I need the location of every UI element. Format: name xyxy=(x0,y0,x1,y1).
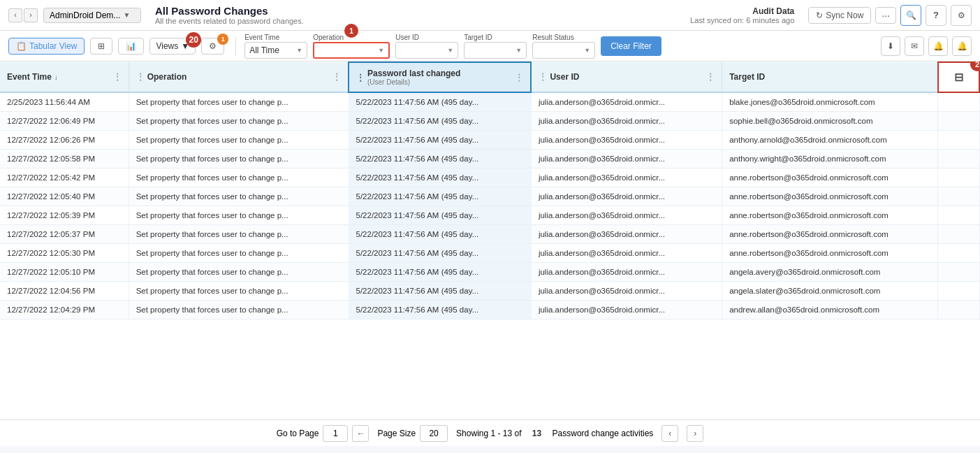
user-id-dropdown[interactable]: ▼ xyxy=(395,42,458,59)
target-id-arrow-icon: ▼ xyxy=(515,47,522,54)
page-prev-btn[interactable]: ← xyxy=(352,425,369,442)
cell-actions xyxy=(938,131,979,150)
schedule-icon: 🔔 xyxy=(933,41,944,51)
col-menu-icon-op-left[interactable]: ⋮ xyxy=(136,72,145,82)
table-row[interactable]: 12/27/2022 12:04:56 PM Set property that… xyxy=(0,282,979,301)
more-options-button[interactable]: ··· xyxy=(875,7,896,24)
table-body: 2/25/2023 11:56:44 AM Set property that … xyxy=(0,92,979,319)
cell-operation: Set property that forces user to change … xyxy=(129,282,349,301)
col-menu-icon-uid[interactable]: ⋮ xyxy=(706,72,715,82)
col-menu-icon-event-time[interactable]: ⋮ xyxy=(113,72,122,82)
table-row[interactable]: 12/27/2022 12:05:58 PM Set property that… xyxy=(0,150,979,168)
cell-user-id: julia.anderson@o365droid.onmicr... xyxy=(531,112,722,131)
table-row[interactable]: 12/27/2022 12:05:30 PM Set property that… xyxy=(0,244,979,263)
sort-icon: ↓ xyxy=(54,73,58,81)
table-row[interactable]: 12/27/2022 12:05:10 PM Set property that… xyxy=(0,263,979,282)
audit-info: Audit Data Last synced on: 6 minutes ago xyxy=(690,6,794,24)
chart-icon: 📊 xyxy=(126,41,136,51)
search-icon: 🔍 xyxy=(906,10,916,20)
clear-filter-button[interactable]: Clear Filter xyxy=(601,36,661,56)
user-id-filter: User ID ▼ xyxy=(395,34,458,59)
views-badge: 20 xyxy=(186,32,201,48)
event-time-arrow-icon: ▼ xyxy=(296,47,302,54)
data-table-container: Event Time ↓ ⋮ ⋮ Operation ⋮ ⋮ xyxy=(0,62,980,419)
column-settings-icon[interactable]: ⊟ xyxy=(954,71,963,84)
target-id-dropdown[interactable]: ▼ xyxy=(464,42,527,59)
col-header-operation[interactable]: ⋮ Operation ⋮ xyxy=(129,62,349,92)
tabular-view-tab[interactable]: 📋 Tabular View xyxy=(8,38,85,55)
col-menu-icon-uid-left[interactable]: ⋮ xyxy=(539,72,547,82)
table-row[interactable]: 12/27/2022 12:05:39 PM Set property that… xyxy=(0,206,979,225)
table-row[interactable]: 2/25/2023 11:56:44 AM Set property that … xyxy=(0,92,979,112)
page-size-input[interactable] xyxy=(420,425,448,442)
export-icon-btn[interactable]: ⊞ xyxy=(90,38,112,55)
nav-back-btn[interactable]: ‹ xyxy=(8,8,22,22)
search-icon-btn[interactable]: 🔍 xyxy=(900,5,921,26)
page-input[interactable] xyxy=(323,425,348,442)
col-header-user-id[interactable]: ⋮ User ID ⋮ xyxy=(531,62,722,92)
toolbar-right: ⬇ ✉ 🔔 🔔 xyxy=(881,36,972,56)
table-row[interactable]: 12/27/2022 12:06:49 PM Set property that… xyxy=(0,112,979,131)
result-status-filter: Result Status ▼ xyxy=(532,34,595,59)
cell-target-id: anne.robertson@o365droid.onmicrosoft.com xyxy=(722,225,938,244)
table-row[interactable]: 12/27/2022 12:04:29 PM Set property that… xyxy=(0,301,979,319)
step2-badge: 2 xyxy=(970,62,980,71)
result-status-dropdown[interactable]: ▼ xyxy=(532,42,595,59)
cell-password-last-changed: 5/22/2023 11:47:56 AM (495 day... xyxy=(349,263,531,282)
schedule-icon-btn[interactable]: 🔔 xyxy=(928,36,948,56)
sync-now-button[interactable]: ↻ Sync Now xyxy=(808,7,871,24)
cell-operation: Set property that forces user to change … xyxy=(129,131,349,150)
event-time-dropdown[interactable]: All Time ▼ xyxy=(244,42,307,59)
top-actions: ↻ Sync Now ··· 🔍 ? ⚙ xyxy=(808,5,972,26)
cell-operation: Set property that forces user to change … xyxy=(129,92,349,112)
audit-title: Audit Data xyxy=(690,6,794,16)
table-icon: 📋 xyxy=(16,41,27,51)
alert-icon-btn[interactable]: 🔔 xyxy=(952,36,972,56)
col-menu-icon-operation[interactable]: ⋮ xyxy=(332,72,341,82)
chart-icon-btn[interactable]: 📊 xyxy=(118,38,144,55)
views-container: 20 Views ▼ xyxy=(149,38,196,55)
activities-label: Password change activities xyxy=(553,429,654,438)
download-icon: ⬇ xyxy=(887,41,894,51)
operation-dropdown[interactable]: ▼ xyxy=(313,42,390,59)
table-row[interactable]: 12/27/2022 12:05:40 PM Set property that… xyxy=(0,187,979,206)
cell-user-id: julia.anderson@o365droid.onmicr... xyxy=(531,301,722,319)
pagination-prev-btn[interactable]: ‹ xyxy=(661,425,678,442)
col-header-target-id[interactable]: Target ID xyxy=(722,62,938,92)
cell-user-id: julia.anderson@o365droid.onmicr... xyxy=(531,225,722,244)
nav-forward-btn[interactable]: › xyxy=(24,8,38,22)
data-table: Event Time ↓ ⋮ ⋮ Operation ⋮ ⋮ xyxy=(0,62,980,319)
cell-actions xyxy=(938,168,979,187)
table-row[interactable]: 12/27/2022 12:06:26 PM Set property that… xyxy=(0,131,979,150)
col-menu-icon-pwd-left[interactable]: ⋮ xyxy=(356,73,365,82)
cell-operation: Set property that forces user to change … xyxy=(129,301,349,319)
app-selector[interactable]: AdminDroid Dem... ▼ xyxy=(43,8,141,23)
pagination-next-btn[interactable]: › xyxy=(687,425,703,442)
cell-event-time: 12/27/2022 12:04:56 PM xyxy=(0,282,129,301)
settings-icon-btn[interactable]: ⚙ xyxy=(951,5,972,26)
help-icon-btn[interactable]: ? xyxy=(926,5,946,26)
col-header-event-time[interactable]: Event Time ↓ ⋮ xyxy=(0,62,129,92)
cell-operation: Set property that forces user to change … xyxy=(129,244,349,263)
col-menu-icon-pwd[interactable]: ⋮ xyxy=(515,73,523,82)
col-header-password-last-changed[interactable]: ⋮ Password last changed (User Details) ⋮ xyxy=(349,62,531,92)
event-time-label: Event Time xyxy=(244,34,307,41)
top-nav-bar: ‹ › AdminDroid Dem... ▼ All Password Cha… xyxy=(0,0,980,31)
operation-arrow-icon: ▼ xyxy=(378,47,384,54)
cell-operation: Set property that forces user to change … xyxy=(129,150,349,168)
table-row[interactable]: 12/27/2022 12:05:42 PM Set property that… xyxy=(0,168,979,187)
page-header: All Password Changes All the events rela… xyxy=(147,5,685,25)
cell-event-time: 12/27/2022 12:05:40 PM xyxy=(0,187,129,206)
cell-password-last-changed: 5/22/2023 11:47:56 AM (495 day... xyxy=(349,282,531,301)
col-header-actions[interactable]: 2 ⊟ xyxy=(938,62,979,92)
cell-user-id: julia.anderson@o365droid.onmicr... xyxy=(531,187,722,206)
cell-event-time: 12/27/2022 12:05:58 PM xyxy=(0,150,129,168)
cell-password-last-changed: 5/22/2023 11:47:56 AM (495 day... xyxy=(349,244,531,263)
table-row[interactable]: 12/27/2022 12:05:37 PM Set property that… xyxy=(0,225,979,244)
email-icon-btn[interactable]: ✉ xyxy=(905,36,924,56)
target-id-filter: Target ID ▼ xyxy=(464,34,527,59)
filter-section: Event Time All Time ▼ 1 Operation ▼ User… xyxy=(244,34,875,59)
cell-password-last-changed: 5/22/2023 11:47:56 AM (495 day... xyxy=(349,92,531,112)
cell-password-last-changed: 5/22/2023 11:47:56 AM (495 day... xyxy=(349,225,531,244)
download-icon-btn[interactable]: ⬇ xyxy=(881,36,900,56)
